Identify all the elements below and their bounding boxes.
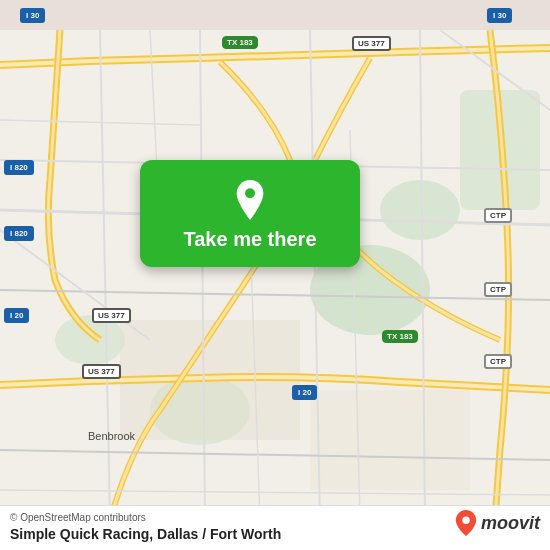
place-name: Simple Quick Racing, Dallas / Fort Worth (10, 526, 281, 542)
bottom-bar: © OpenStreetMap contributors Simple Quic… (0, 505, 550, 550)
shield-i30-topright: I 30 (487, 8, 512, 23)
moovit-text: moovit (481, 513, 540, 534)
svg-point-23 (245, 188, 255, 198)
shield-us377-bot: US 377 (82, 364, 121, 379)
shield-us377-mid: US 377 (92, 308, 131, 323)
button-label: Take me there (183, 228, 316, 251)
shield-i820-1: I 820 (4, 160, 34, 175)
shield-ctp2: CTP (484, 282, 512, 297)
shield-i20-left: I 20 (4, 308, 29, 323)
svg-point-24 (462, 517, 469, 524)
moovit-logo: moovit (455, 510, 540, 536)
location-pin-icon (230, 180, 270, 220)
shield-ctp3: CTP (484, 354, 512, 369)
moovit-pin-icon (455, 510, 477, 536)
take-me-there-button[interactable]: Take me there (140, 160, 360, 267)
shield-tx183-bot: TX 183 (382, 330, 418, 343)
shield-i820-2: I 820 (4, 226, 34, 241)
city-label-benbrook: Benbrook (88, 430, 135, 442)
shield-us377-top: US 377 (352, 36, 391, 51)
shield-i30-topleft: I 30 (20, 8, 45, 23)
shield-ctp1: CTP (484, 208, 512, 223)
svg-point-2 (380, 180, 460, 240)
shield-tx183-top: TX 183 (222, 36, 258, 49)
shield-i20-bot: I 20 (292, 385, 317, 400)
svg-rect-7 (310, 390, 470, 490)
map-container: I 30 I 30 TX 183 US 377 I 820 I 820 I 20… (0, 0, 550, 550)
